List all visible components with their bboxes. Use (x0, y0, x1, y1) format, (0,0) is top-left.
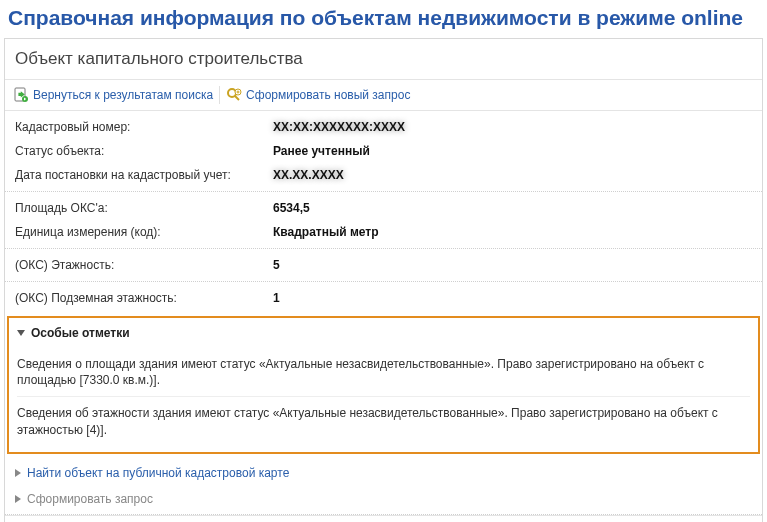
special-notes-panel: Особые отметки Сведения о площади здания… (7, 316, 760, 454)
search-new-icon (226, 87, 242, 103)
collapse-icon (17, 330, 25, 336)
field-value: 6534,5 (273, 201, 310, 215)
section-title: Объект капитального строительства (5, 39, 762, 80)
expand-icon (15, 495, 21, 503)
back-label: Вернуться к результатам поиска (33, 88, 213, 102)
fields-group-b: Площадь ОКС'а:6534,5Единица измерения (к… (5, 192, 762, 249)
field-row: Единица измерения (код):Квадратный метр (5, 220, 762, 244)
special-notes-toggle[interactable]: Особые отметки (17, 326, 750, 348)
field-label: Кадастровый номер: (15, 120, 273, 134)
find-object-link[interactable]: Найти объект на публичной кадастровой ка… (27, 466, 289, 480)
field-row: (ОКС) Этажность:5 (5, 253, 762, 277)
sheet-back-icon (13, 87, 29, 103)
fields-group-d: (ОКС) Подземная этажность:1 (5, 282, 762, 314)
field-label: Единица измерения (код): (15, 225, 273, 239)
main-panel: Объект капитального строительства Вернут… (4, 38, 763, 522)
field-label: Дата постановки на кадастровый учет: (15, 168, 273, 182)
field-label: (ОКС) Подземная этажность: (15, 291, 273, 305)
field-row: Статус объекта:Ранее учтенный (5, 139, 762, 163)
fields-group-c: (ОКС) Этажность:5 (5, 249, 762, 282)
toolbar-separator (219, 86, 220, 104)
field-value: Квадратный метр (273, 225, 379, 239)
special-header-label: Особые отметки (31, 326, 130, 340)
lower-links: Найти объект на публичной кадастровой ка… (5, 458, 762, 515)
form-request-label: Сформировать запрос (27, 492, 153, 506)
field-value: 5 (273, 258, 280, 272)
find-object-row: Найти объект на публичной кадастровой ка… (5, 460, 762, 486)
field-label: Статус объекта: (15, 144, 273, 158)
field-value: XX:XX:XXXXXXX:XXXX (273, 120, 405, 134)
field-value: XX.XX.XXXX (273, 168, 344, 182)
field-row: Площадь ОКС'а:6534,5 (5, 196, 762, 220)
form-request-row: Сформировать запрос (5, 486, 762, 512)
page-title: Справочная информация по объектам недвиж… (0, 0, 767, 38)
field-row: Дата постановки на кадастровый учет:XX.X… (5, 163, 762, 187)
field-row: Кадастровый номер:XX:XX:XXXXXXX:XXXX (5, 115, 762, 139)
new-request-button[interactable]: Сформировать новый запрос (226, 87, 410, 103)
fields-group-a: Кадастровый номер:XX:XX:XXXXXXX:XXXXСтат… (5, 111, 762, 192)
toolbar-top: Вернуться к результатам поиска Сформиров… (5, 80, 762, 111)
back-button[interactable]: Вернуться к результатам поиска (13, 87, 213, 103)
expand-icon (15, 469, 21, 477)
field-label: Площадь ОКС'а: (15, 201, 273, 215)
field-label: (ОКС) Этажность: (15, 258, 273, 272)
svg-line-3 (235, 96, 239, 100)
field-row: (ОКС) Подземная этажность:1 (5, 286, 762, 310)
special-note-floors: Сведения об этажности здания имеют стату… (17, 396, 750, 441)
special-note-area: Сведения о площади здания имеют статус «… (17, 348, 750, 392)
field-value: 1 (273, 291, 280, 305)
toolbar-bottom: Вернуться к результатам поиска Сформиров… (5, 515, 762, 522)
field-value: Ранее учтенный (273, 144, 370, 158)
new-label: Сформировать новый запрос (246, 88, 410, 102)
